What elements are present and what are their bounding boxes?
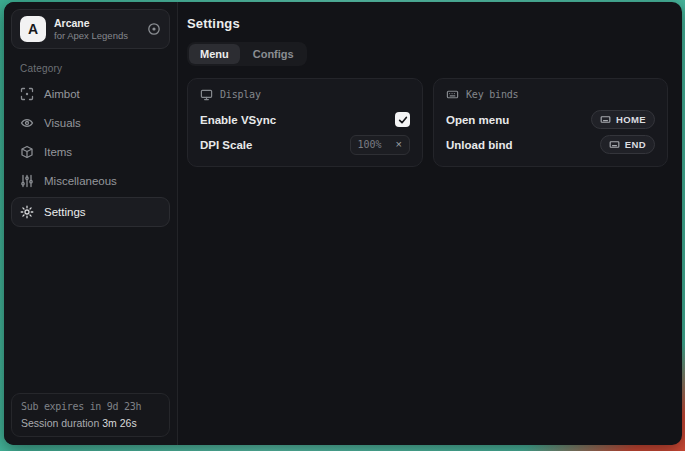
- enable-vsync-label: Enable VSync: [200, 114, 276, 126]
- keyboard-icon: [446, 88, 459, 101]
- keyboard-icon: [609, 139, 620, 150]
- sidebar-item-aimbot[interactable]: Aimbot: [4, 80, 177, 108]
- vsync-checkbox[interactable]: [395, 112, 410, 127]
- avatar: A: [20, 16, 46, 42]
- display-card-header: Display: [200, 88, 410, 101]
- display-card: Display Enable VSync DPI Scale ×: [187, 78, 423, 167]
- monitor-icon: [200, 88, 213, 101]
- sidebar-spacer: [4, 228, 177, 393]
- sidebar: A Arcane for Apex Legends Category: [4, 2, 178, 445]
- open-menu-keybind[interactable]: HOME: [591, 110, 655, 129]
- tab-menu[interactable]: Menu: [189, 44, 240, 64]
- unload-bind-label: Unload bind: [446, 139, 512, 151]
- sidebar-nav: Aimbot Visuals Items: [4, 80, 177, 228]
- session-duration-row: Session duration3m 26s: [21, 417, 160, 429]
- clear-icon[interactable]: ×: [392, 137, 406, 152]
- app-subtitle: for Apex Legends: [54, 30, 139, 41]
- main-content: Settings Menu Configs Display Enable VSy…: [178, 2, 682, 445]
- check-icon: [398, 115, 408, 125]
- tab-bar: Menu Configs: [187, 42, 307, 66]
- card-title: Key binds: [466, 89, 518, 100]
- app-title: Arcane: [54, 17, 139, 29]
- sidebar-item-label: Visuals: [44, 117, 81, 129]
- sidebar-item-label: Items: [44, 146, 72, 158]
- keybind-value: END: [625, 139, 646, 150]
- dpi-scale-label: DPI Scale: [200, 139, 252, 151]
- dpi-scale-input[interactable]: [358, 139, 392, 150]
- sidebar-item-settings[interactable]: Settings: [11, 197, 170, 227]
- unload-bind-row: Unload bind END: [446, 133, 655, 156]
- keybind-value: HOME: [616, 114, 646, 125]
- app-window: A Arcane for Apex Legends Category: [4, 2, 682, 445]
- sidebar-item-label: Settings: [44, 206, 86, 218]
- sidebar-header-card[interactable]: A Arcane for Apex Legends: [11, 9, 170, 49]
- cube-icon: [20, 145, 34, 159]
- card-title: Display: [220, 89, 261, 100]
- dpi-scale-row: DPI Scale ×: [200, 133, 410, 156]
- keybinds-card-header: Key binds: [446, 88, 655, 101]
- user-meta: Arcane for Apex Legends: [54, 17, 139, 41]
- keybinds-card: Key binds Open menu HOME Unload bind: [433, 78, 668, 167]
- subscription-card: Sub expires in 9d 23h Session duration3m…: [11, 393, 170, 437]
- dpi-scale-input-group: ×: [350, 135, 410, 155]
- sidebar-item-miscellaneous[interactable]: Miscellaneous: [4, 167, 177, 195]
- session-duration-value: 3m 26s: [102, 417, 136, 429]
- sliders-icon: [20, 174, 34, 188]
- open-menu-label: Open menu: [446, 114, 509, 126]
- settings-cards: Display Enable VSync DPI Scale ×: [187, 78, 668, 167]
- sub-expires-text: Sub expires in 9d 23h: [21, 401, 160, 412]
- crosshair-icon: [20, 87, 34, 101]
- sidebar-item-items[interactable]: Items: [4, 138, 177, 166]
- open-menu-row: Open menu HOME: [446, 108, 655, 131]
- category-label: Category: [20, 63, 177, 74]
- gear-icon: [20, 205, 34, 219]
- sidebar-item-label: Aimbot: [44, 88, 80, 100]
- keyboard-icon: [600, 114, 611, 125]
- sidebar-item-label: Miscellaneous: [44, 175, 117, 187]
- tab-configs[interactable]: Configs: [242, 44, 305, 64]
- enable-vsync-row: Enable VSync: [200, 108, 410, 131]
- session-duration-label: Session duration: [21, 417, 99, 429]
- target-icon[interactable]: [147, 22, 161, 36]
- eye-icon: [20, 116, 34, 130]
- unload-bind-keybind[interactable]: END: [600, 135, 655, 154]
- page-title: Settings: [187, 16, 668, 31]
- sidebar-item-visuals[interactable]: Visuals: [4, 109, 177, 137]
